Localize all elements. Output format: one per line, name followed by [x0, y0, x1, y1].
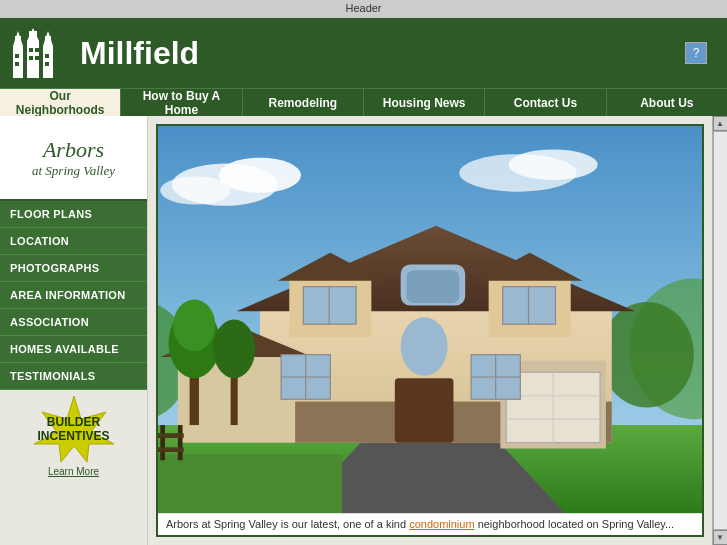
sidebar-association[interactable]: ASSOCIATION	[0, 309, 147, 336]
logo-text: Millfield	[80, 35, 199, 72]
scroll-down-arrow[interactable]: ▼	[713, 530, 728, 545]
svg-rect-12	[35, 48, 39, 52]
caption-link[interactable]: condominium	[409, 518, 474, 530]
svg-point-21	[160, 176, 230, 204]
svg-rect-2	[15, 36, 21, 46]
svg-rect-14	[35, 56, 39, 60]
nav-item-about-us[interactable]: About Us	[607, 89, 727, 116]
sidebar-logo: Arbors at Spring Valley	[0, 116, 147, 201]
header-question-icon[interactable]: ?	[685, 42, 707, 64]
house-scene-svg	[158, 126, 702, 513]
svg-point-23	[509, 149, 598, 179]
svg-point-46	[401, 317, 448, 376]
svg-point-26	[600, 302, 694, 408]
svg-rect-9	[15, 54, 19, 58]
caption-text: Arbors at Spring Valley is our latest, o…	[166, 518, 674, 530]
svg-rect-61	[160, 425, 165, 460]
nav-item-remodeling[interactable]: Remodeling	[243, 89, 364, 116]
svg-rect-16	[45, 62, 49, 66]
logo-icon-svg	[10, 26, 70, 81]
sidebar-location[interactable]: LOCATION	[0, 228, 147, 255]
svg-rect-8	[45, 36, 51, 46]
svg-point-67	[173, 300, 215, 352]
header-label: Header	[345, 2, 381, 14]
svg-rect-63	[158, 433, 184, 438]
nav-bar: Our Neighborhoods How to Buy A Home Remo…	[0, 88, 727, 116]
scroll-track[interactable]	[713, 131, 728, 530]
sidebar-menu: FLOOR PLANS LOCATION PHOTOGRAPHS AREA IN…	[0, 201, 147, 390]
neighborhood-at: at Spring Valley	[32, 163, 115, 179]
house-image	[158, 126, 702, 513]
nav-item-housing-news[interactable]: Housing News	[364, 89, 485, 116]
main-content: Arbors at Spring Valley FLOOR PLANS LOCA…	[0, 116, 727, 545]
svg-rect-37	[407, 270, 460, 303]
content-area: Arbors at Spring Valley is our latest, o…	[148, 116, 712, 545]
content-border: Arbors at Spring Valley is our latest, o…	[156, 124, 704, 537]
sidebar-testimonials[interactable]: TESTIMONIALS	[0, 363, 147, 390]
svg-rect-15	[45, 54, 49, 58]
sidebar-area-information[interactable]: AREA INFORMATION	[0, 282, 147, 309]
svg-rect-64	[158, 447, 184, 452]
svg-rect-10	[15, 62, 19, 66]
top-header: Millfield ?	[0, 18, 727, 88]
caption-bar: Arbors at Spring Valley is our latest, o…	[158, 513, 702, 535]
svg-rect-57	[158, 454, 342, 513]
right-scrollbar: ▲ ▼	[712, 116, 727, 545]
nav-item-contact-us[interactable]: Contact Us	[485, 89, 606, 116]
builder-incentives-badge[interactable]: BUILDER INCENTIVES	[19, 394, 129, 464]
logo-area: Millfield	[10, 26, 199, 81]
scroll-up-arrow[interactable]: ▲	[713, 116, 728, 131]
svg-rect-5	[29, 31, 37, 41]
sidebar-floor-plans[interactable]: FLOOR PLANS	[0, 201, 147, 228]
sidebar: Arbors at Spring Valley FLOOR PLANS LOCA…	[0, 116, 148, 545]
neighborhood-name-cursive: Arbors	[32, 137, 115, 163]
nav-item-our-neighborhoods[interactable]: Our Neighborhoods	[0, 89, 121, 116]
incentive-text: BUILDER INCENTIVES	[34, 415, 114, 444]
svg-point-69	[213, 320, 255, 379]
header-bar: Header	[0, 0, 727, 18]
svg-rect-11	[29, 48, 33, 52]
builder-incentives-wrapper: BUILDER INCENTIVES Learn More	[0, 394, 147, 477]
learn-more-link[interactable]: Learn More	[48, 466, 99, 477]
svg-rect-62	[178, 425, 183, 460]
svg-rect-13	[29, 56, 33, 60]
svg-point-20	[219, 158, 301, 193]
sidebar-photographs[interactable]: PHOTOGRAPHS	[0, 255, 147, 282]
sidebar-homes-available[interactable]: HOMES AVAILABLE	[0, 336, 147, 363]
svg-rect-45	[395, 378, 454, 443]
nav-item-how-to-buy[interactable]: How to Buy A Home	[121, 89, 242, 116]
